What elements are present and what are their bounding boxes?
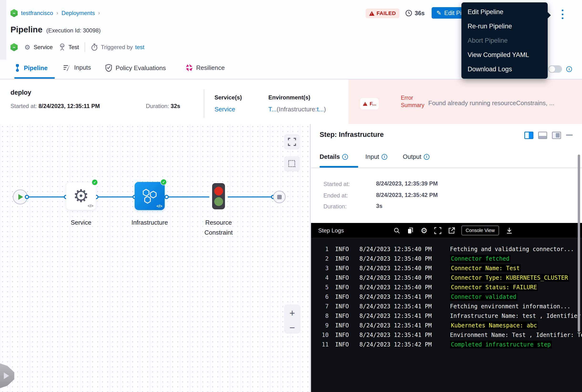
menu-item-download-logs[interactable]: Download Logs [461, 62, 548, 76]
log-download-button[interactable] [506, 227, 513, 234]
tab-input[interactable]: Input i [365, 153, 387, 160]
tab-input-label: Input [365, 153, 379, 160]
log-line-number: 4 [311, 274, 329, 281]
step-panel-title: Step: Infrastructure [320, 131, 384, 138]
test-name[interactable]: Test [68, 44, 79, 50]
tab-output[interactable]: Output i [403, 153, 430, 160]
pipeline-graph-canvas[interactable]: ⚙ </> ✓ </> ✓ Service Infrastructure Res… [0, 124, 311, 392]
resilience-chaos-icon [186, 64, 193, 72]
log-open-external-button[interactable] [448, 227, 455, 234]
warning-icon [369, 11, 374, 16]
canvas-select-region-button[interactable] [284, 156, 300, 172]
breadcrumb: ∞ testfrancisco › Deployments › [10, 9, 100, 17]
expand-left-panel-handle[interactable] [0, 364, 14, 388]
more-options-kebab-menu[interactable] [560, 10, 565, 19]
panel-scrollbar[interactable] [578, 154, 580, 332]
breadcrumb-deployments-link[interactable]: Deployments [61, 10, 95, 16]
active-tab-underline [320, 166, 358, 168]
canvas-zoom-controls: + − [284, 304, 300, 334]
menu-item-rerun-pipeline[interactable]: Re-run Pipeline [461, 19, 548, 34]
log-timestamp: 8/24/2023 12:35:40 PM [359, 246, 433, 252]
tab-inputs[interactable]: Inputs [63, 64, 91, 71]
environment-value: T...(Infrastructure:t...) [268, 106, 326, 113]
log-line-number: 7 [311, 303, 329, 310]
harness-module-icon: ∞ [10, 43, 18, 51]
chevron-right-icon: › [98, 10, 100, 16]
canvas-fullscreen-button[interactable] [284, 134, 300, 150]
menu-item-view-compiled-yaml[interactable]: View Compiled YAML [461, 48, 548, 62]
log-message: Infrastructure Name: test , Identifier: [450, 312, 582, 319]
tab-policy-evaluations[interactable]: Policy Evaluations [105, 64, 166, 72]
duration-value: 3s [376, 203, 383, 209]
tab-details[interactable]: Details i [320, 153, 348, 160]
info-icon[interactable]: i [342, 154, 348, 160]
log-timestamp: 8/24/2023 12:35:40 PM [359, 255, 433, 262]
layout-floating-button[interactable] [552, 132, 561, 139]
zoom-in-button[interactable]: + [289, 309, 295, 317]
tab-output-label: Output [403, 153, 421, 160]
step-logs-header: Step Logs ⚙ Console View [311, 223, 582, 238]
port [164, 195, 169, 199]
stage-summary-bar: deploy Started at: 8/24/2023, 12:35:11 P… [0, 80, 348, 124]
failed-short-badge: F... [360, 98, 379, 110]
environment-link[interactable]: T... [268, 106, 277, 113]
stage-duration: Duration: 32s [146, 103, 180, 110]
log-level: INFO [335, 303, 351, 310]
debug-mode-toggle[interactable] [548, 65, 562, 73]
info-icon[interactable]: i [382, 154, 387, 160]
elapsed-time-value: 36s [415, 10, 425, 17]
duration-label: Duration: [323, 203, 347, 210]
green-light-icon [214, 197, 223, 206]
minimize-panel-button[interactable] [566, 134, 573, 136]
log-copy-button[interactable] [407, 227, 414, 234]
log-timestamp: 8/24/2023 12:35:41 PM [359, 303, 433, 310]
log-line: 10INFO8/24/2023 12:35:41 PMEnvironment N… [311, 330, 582, 340]
service-step-node[interactable]: ⚙ </> ✓ [66, 182, 96, 210]
log-timestamp: 8/24/2023 12:35:41 PM [359, 322, 433, 329]
info-icon[interactable]: i [566, 66, 572, 72]
log-line: 11INFO8/24/2023 12:35:42 PMCompleted inf… [311, 340, 582, 349]
resource-constraint-node[interactable] [212, 183, 225, 209]
port [25, 195, 29, 199]
log-search-button[interactable] [394, 227, 400, 234]
console-view-button[interactable]: Console View [461, 226, 499, 235]
pipeline-context-menu: Edit Pipeline Re-run Pipeline Abort Pipe… [461, 2, 548, 79]
stage-duration-value: 32s [171, 103, 180, 109]
menu-item-edit-pipeline[interactable]: Edit Pipeline [461, 5, 548, 19]
log-line-number: 5 [311, 284, 329, 291]
log-level: INFO [335, 332, 351, 338]
infrastructure-step-node[interactable]: </> ✓ [135, 182, 165, 210]
log-fullscreen-button[interactable] [434, 227, 441, 234]
breadcrumb-account-link[interactable]: testfrancisco [21, 10, 53, 16]
elapsed-time: 36s [405, 10, 425, 17]
triggered-by-user-link[interactable]: test [135, 44, 144, 50]
zoom-out-button[interactable]: − [289, 326, 295, 330]
infrastructure-link[interactable]: t... [317, 106, 324, 113]
log-message: Connector Type: KUBERNETES_CLUSTER [450, 274, 569, 282]
edge-start-service [27, 196, 66, 198]
log-timestamp: 8/24/2023 12:35:40 PM [359, 274, 433, 281]
log-line-number: 2 [311, 255, 329, 262]
service-link[interactable]: Service [214, 106, 235, 113]
divider [204, 90, 204, 118]
stage-duration-label: Duration: [146, 103, 169, 109]
log-timestamp: 8/24/2023 12:35:40 PM [359, 284, 433, 291]
step-logs-console[interactable]: 1INFO8/24/2023 12:35:40 PMFetching and v… [311, 238, 582, 392]
tab-pipeline[interactable]: Pipeline [14, 64, 48, 72]
info-icon[interactable]: i [424, 154, 430, 160]
layout-bottom-split-button[interactable] [538, 132, 547, 139]
page-title: Pipeline [10, 25, 42, 34]
shield-check-icon [105, 64, 112, 72]
service-name[interactable]: Service [33, 44, 53, 50]
pipeline-end-node[interactable] [273, 191, 286, 203]
layout-right-split-button[interactable] [524, 132, 533, 139]
log-message: Connector Name: Test [450, 264, 521, 272]
log-message: Fetching and validating connector... [450, 246, 574, 252]
log-level: INFO [335, 312, 351, 319]
log-line-number: 10 [311, 332, 329, 338]
resource-constraint-node-label: Resource Constraint [195, 218, 242, 238]
gear-icon: ⚙ [73, 187, 89, 205]
tab-resilience[interactable]: Resilience [186, 64, 225, 72]
log-settings-gear-icon[interactable]: ⚙ [421, 226, 428, 235]
pipeline-icon [14, 64, 20, 72]
